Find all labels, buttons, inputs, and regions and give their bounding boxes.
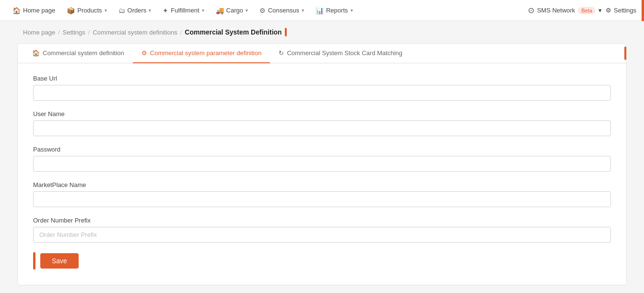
home-tab-icon: 🏠 [32,49,40,57]
nav-products[interactable]: 📦 Products ▾ [62,4,111,17]
breadcrumb-accent-bar [285,28,287,36]
tab-parameter[interactable]: ⚙ Commercial system parameter definition [133,44,270,63]
nav-home-label: Home page [23,7,55,14]
order-prefix-label: Order Number Prefix [33,217,611,224]
base-url-input[interactable] [33,85,611,101]
tab-stock[interactable]: ↻ Commercial System Stock Card Matching [270,44,411,63]
chevron-down-icon: ▾ [246,8,248,13]
settings-icon: ⚙ [606,7,611,14]
marketplace-input[interactable] [33,191,611,207]
password-label: Password [33,146,611,153]
consensus-icon: ⚙ [259,7,266,14]
form-group-order-prefix: Order Number Prefix [33,217,611,243]
parameter-tab-icon: ⚙ [141,49,147,57]
form-footer: Save [33,252,611,270]
breadcrumb-sep-2: / [88,29,90,36]
chevron-down-icon: ▾ [598,7,602,14]
breadcrumb-home[interactable]: Home page [23,29,55,36]
sms-network[interactable]: ⊙ SMS Network Beta ▾ [528,6,602,15]
nav-items: 🏠 Home page 📦 Products ▾ 🗂 Orders ▾ ✦ Fu… [8,4,528,17]
breadcrumb: Home page / Settings / Commercial system… [0,21,644,43]
nav-products-label: Products [77,7,102,14]
chevron-down-icon: ▾ [302,8,304,13]
sms-circle-icon: ⊙ [528,6,534,15]
tab-definition-label: Commercial system definition [43,49,124,57]
password-input[interactable] [33,156,611,172]
settings-label: Settings [614,7,636,14]
reports-icon: 📊 [316,7,324,14]
main-card: 🏠 Commercial system definition ⚙ Commerc… [17,43,627,285]
nav-right: ⊙ SMS Network Beta ▾ ⚙ Settings [528,6,636,15]
chevron-down-icon: ▾ [105,8,107,13]
tab-accent-bar [624,47,626,60]
fulfillment-icon: ✦ [163,7,168,14]
form-group-base-url: Base Url [33,75,611,101]
username-input[interactable] [33,120,611,136]
top-navigation: 🏠 Home page 📦 Products ▾ 🗂 Orders ▾ ✦ Fu… [0,0,644,21]
form-group-username: User Name [33,110,611,136]
breadcrumb-settings[interactable]: Settings [63,29,85,36]
chevron-down-icon: ▾ [149,8,151,13]
chevron-down-icon: ▾ [202,8,204,13]
sms-network-label: SMS Network [537,7,575,14]
orders-icon: 🗂 [118,7,125,14]
beta-badge: Beta [578,7,596,14]
cargo-icon: 🚚 [216,7,224,14]
nav-cargo-label: Cargo [226,7,243,14]
products-icon: 📦 [67,7,75,14]
form-body: Base Url User Name Password MarketPlace … [18,63,626,285]
home-icon: 🏠 [12,7,21,14]
nav-reports-label: Reports [326,7,348,14]
tabs-bar: 🏠 Commercial system definition ⚙ Commerc… [18,44,626,63]
save-accent-bar [33,252,35,270]
form-group-password: Password [33,146,611,172]
tab-stock-label: Commercial System Stock Card Matching [287,49,402,57]
breadcrumb-sep-3: / [180,29,182,36]
nav-accent-bar [642,0,644,21]
base-url-label: Base Url [33,75,611,82]
nav-orders-label: Orders [128,7,147,14]
nav-fulfillment[interactable]: ✦ Fulfillment ▾ [158,4,209,17]
tab-parameter-label: Commercial system parameter definition [150,49,262,57]
nav-settings[interactable]: ⚙ Settings [606,7,636,14]
stock-tab-icon: ↻ [279,49,284,57]
chevron-down-icon: ▾ [351,8,353,13]
nav-consensus-label: Consensus [268,7,299,14]
tab-definition[interactable]: 🏠 Commercial system definition [23,44,133,63]
breadcrumb-definitions[interactable]: Commercial system definitions [93,29,177,36]
breadcrumb-sep-1: / [58,29,60,36]
marketplace-label: MarketPlace Name [33,181,611,188]
nav-cargo[interactable]: 🚚 Cargo ▾ [211,4,253,17]
nav-home[interactable]: 🏠 Home page [8,4,60,17]
breadcrumb-current-label: Commercial System Definition [185,28,281,36]
nav-orders[interactable]: 🗂 Orders ▾ [114,4,156,17]
form-group-marketplace: MarketPlace Name [33,181,611,207]
nav-consensus[interactable]: ⚙ Consensus ▾ [255,4,309,17]
order-prefix-input[interactable] [33,227,611,243]
breadcrumb-current: Commercial System Definition [185,28,286,36]
save-button[interactable]: Save [40,253,79,269]
nav-reports[interactable]: 📊 Reports ▾ [311,4,358,17]
nav-fulfillment-label: Fulfillment [171,7,199,14]
username-label: User Name [33,110,611,117]
